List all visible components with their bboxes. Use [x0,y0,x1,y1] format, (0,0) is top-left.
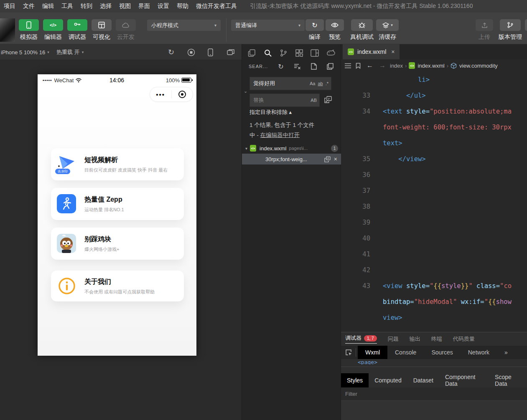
replace-input[interactable]: 替换 AB [249,94,320,107]
replace-match-icon[interactable] [324,156,331,162]
tab-code-quality[interactable]: 代码质量 [453,335,475,343]
close-home-button[interactable] [172,91,193,98]
tab-dataset[interactable]: Dataset [407,373,439,387]
menu-edit[interactable]: 编辑 [38,3,58,10]
code-editor[interactable]: li>33</ul>34<text style="position:absolu… [341,72,527,332]
tab-styles[interactable]: Styles [341,373,369,387]
device-frame-button[interactable] [208,44,213,60]
code-line[interactable]: 34<text style="position:absolute;ma [341,104,527,119]
preview-button[interactable] [326,19,344,31]
result-file-row[interactable]: ▾ <> index.wxml pages\i... 1 [242,143,341,154]
mode-select[interactable]: 小程序模式 ▾ [147,20,221,31]
menu-file[interactable]: 文件 [19,3,38,10]
wxml-element-node[interactable]: <page> [358,359,377,364]
tab-more-chevron[interactable]: » [497,346,515,359]
hot-reload-toggle[interactable]: 热重载 开 ▾ [56,44,84,60]
regex-icon[interactable]: .* [326,81,328,86]
layout-icon[interactable] [311,49,319,57]
breadcrumb-node[interactable]: view.commodity [459,63,498,69]
simulator-button[interactable] [19,19,39,31]
inspect-element-icon[interactable] [345,349,352,356]
code-line[interactable]: 37 [341,183,527,199]
menu-select[interactable]: 选择 [96,3,115,10]
code-line[interactable]: 33</ul> [341,88,527,104]
code-line[interactable]: bindtap="hideModal" wx:if="{{show [341,294,527,310]
editor-button[interactable]: </> [43,19,63,31]
whole-word-icon[interactable]: ab [318,81,323,86]
upload-button[interactable] [476,19,493,31]
code-line[interactable]: 38 [341,199,527,215]
code-line[interactable]: 41 [341,246,527,262]
tab-network[interactable]: Network [461,346,497,359]
toolbar-overflow-button[interactable] [525,19,527,31]
open-in-editor-link[interactable]: 在编辑器中打开 [260,132,300,138]
version-control-button[interactable] [500,19,521,31]
tab-sources[interactable]: Sources [424,346,460,359]
breadcrumb-root[interactable]: index [390,63,403,69]
close-tab-icon[interactable]: × [391,48,395,55]
refresh-simulator-button[interactable]: ↻ [168,44,174,60]
card-about[interactable]: 关于我们 不会使用 或有问题可点我获取帮助 [51,271,184,301]
card-game[interactable]: 别踩鸡块 爆火网络小游戏+ [51,228,184,260]
replace-all-icon[interactable] [324,96,332,104]
device-selector[interactable]: iPhone 5 100% 16 ▾ [1,44,49,60]
forward-icon[interactable]: → [379,62,386,69]
preserve-case-icon[interactable]: AB [311,98,317,103]
code-line[interactable]: 43<view style="{{style}}" class="co [341,278,527,294]
code-line[interactable]: 42 [341,262,527,278]
card-zepp[interactable]: 热量值 Zepp 运动热量 排名NO.1 [51,188,184,220]
compile-mode-select[interactable]: 普通编译 ▾ [231,20,305,31]
tab-debugger[interactable]: 调试器 1, 7 [345,334,377,344]
menu-view[interactable]: 视图 [115,3,135,10]
code-line[interactable]: 36 [341,167,527,183]
tab-wxml[interactable]: Wxml [358,346,387,359]
menu-wechat-devtools[interactable]: 微信开发者工具 [192,3,241,10]
debugger-button[interactable] [67,19,87,31]
clear-cache-button[interactable]: ▾ [376,19,399,31]
dismiss-match-icon[interactable]: × [334,156,337,162]
tab-problems[interactable]: 问题 [388,335,399,343]
detach-window-button[interactable] [227,44,235,60]
explorer-icon[interactable] [248,49,256,57]
result-match-row[interactable]: 30rpx;font-weig... × [242,154,341,164]
record-button[interactable] [187,44,195,60]
git-icon[interactable] [279,49,288,57]
menu-help[interactable]: 帮助 [173,3,192,10]
tab-scope-data[interactable]: Scope Data [489,373,527,387]
outline-menu-icon[interactable] [344,63,351,68]
code-line[interactable]: view> [341,310,527,326]
tab-output[interactable]: 输出 [410,335,420,343]
compile-button[interactable]: ↻ [306,19,324,31]
visualize-button[interactable] [92,19,112,31]
search-icon[interactable] [264,49,272,57]
refresh-search-icon[interactable]: ↻ [278,63,283,71]
menu-settings[interactable]: 设置 [154,3,173,10]
cloud-dev-button[interactable] [116,19,136,31]
menu-project[interactable]: 项目 [0,3,19,10]
new-search-editor-icon[interactable] [311,63,317,70]
breadcrumb-file[interactable]: index.wxml [418,63,444,69]
card-video-parse[interactable]: 去水印 短视频解析 目前仅可皮皮虾 皮皮搞笑 快手 抖音 最右 [51,148,184,180]
whale-icon[interactable] [326,50,336,56]
tab-component-data[interactable]: Component Data [439,373,489,387]
code-line[interactable]: 35</view> [341,151,527,167]
search-input[interactable]: 觉得好用 Aa ab .* [249,77,331,90]
menu-tools[interactable]: 工具 [58,3,77,10]
code-line[interactable]: 40 [341,230,527,246]
match-case-icon[interactable]: Aa [310,81,315,86]
extensions-icon[interactable] [295,49,303,57]
tab-terminal[interactable]: 终端 [431,335,442,343]
back-icon[interactable]: ← [367,62,373,69]
clear-results-icon[interactable] [294,63,301,69]
more-menu-button[interactable]: ••• [150,91,171,98]
bookmark-icon[interactable] [356,63,361,69]
styles-filter-input[interactable]: Filter [341,387,527,401]
dir-exclude-toggle[interactable]: 指定目录和排除 ▴ [249,109,292,116]
code-line[interactable]: text> [341,135,527,151]
code-line[interactable]: li> [341,72,527,88]
collapse-all-icon[interactable] [327,63,334,70]
menu-goto[interactable]: 转到 [77,3,96,10]
tab-computed[interactable]: Computed [369,373,407,387]
tab-index-wxml[interactable]: <> index.wxml × [343,44,400,59]
user-avatar[interactable] [0,18,15,42]
